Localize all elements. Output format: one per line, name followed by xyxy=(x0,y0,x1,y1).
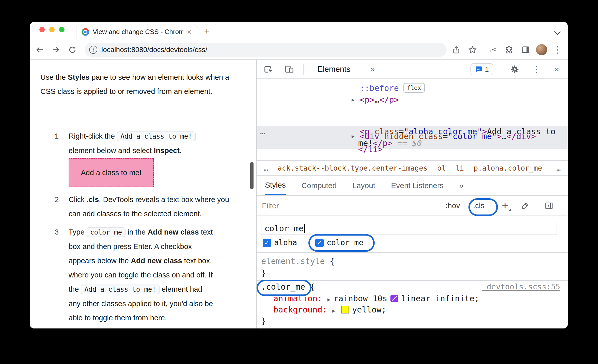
step-text: Right-click the Add a class to me! eleme… xyxy=(69,129,204,158)
property-value[interactable]: rainbow 10s xyxy=(334,294,387,303)
side-panel-button[interactable] xyxy=(520,44,531,55)
step-bold: Add new class xyxy=(148,228,199,236)
tab-event-listeners[interactable]: Event Listeners xyxy=(391,176,444,195)
profile-avatar[interactable] xyxy=(536,44,547,55)
new-tab-button[interactable]: + xyxy=(204,27,210,35)
issues-button[interactable]: 1 xyxy=(470,63,493,75)
expand-triangle-icon[interactable]: ▶ xyxy=(352,130,355,142)
crumb-overflow-left[interactable]: … xyxy=(264,164,268,172)
address-bar[interactable]: i localhost:8080/docs/devtools/css/ xyxy=(85,43,447,57)
close-window-button[interactable] xyxy=(39,27,45,32)
more-tabs-icon[interactable]: » xyxy=(459,176,464,195)
inline-code: Add a class to me! xyxy=(117,131,196,141)
crumb-item[interactable]: ol xyxy=(437,164,446,172)
font-editor-button[interactable] xyxy=(519,200,531,212)
brace: { xyxy=(305,282,315,292)
check-icon: ✓ xyxy=(264,239,270,246)
extensions-button[interactable] xyxy=(503,44,515,55)
devtools-menu-icon[interactable]: ⋮ xyxy=(531,64,542,75)
tab-elements[interactable]: Elements xyxy=(318,60,350,78)
dom-row-li-close[interactable]: </li> xyxy=(257,143,568,155)
expand-triangle-icon[interactable]: ▶ xyxy=(332,308,335,314)
tab-close-icon[interactable]: × xyxy=(187,28,192,36)
step-bold: .cls xyxy=(87,195,99,204)
intro-bold: Styles xyxy=(68,73,89,81)
property-name[interactable]: animation: xyxy=(273,294,322,303)
dom-row-p-collapsed[interactable]: ▶<p>…</p> xyxy=(257,94,568,106)
demo-element[interactable]: Add a class to me! xyxy=(69,158,154,187)
tab-list-chevron-icon[interactable] xyxy=(554,28,560,35)
dom-token: "color_me" xyxy=(448,131,497,141)
browser-menu-icon[interactable]: ⋮ xyxy=(552,44,563,55)
expand-triangle-icon[interactable]: ▶ xyxy=(327,296,331,303)
back-button[interactable] xyxy=(34,44,45,55)
flex-badge[interactable]: flex xyxy=(403,83,424,93)
settings-gear-icon xyxy=(510,65,519,74)
reload-button[interactable] xyxy=(67,44,78,55)
color-swatch-yellow[interactable] xyxy=(341,306,349,313)
crumb-item[interactable]: li xyxy=(455,164,464,172)
inline-code: Add a class to me! xyxy=(81,285,160,294)
dom-row-pseudo[interactable]: ::beforeflex xyxy=(257,82,568,94)
rule-selector[interactable]: .color_me xyxy=(261,282,305,292)
checkbox-aloha[interactable]: ✓ xyxy=(263,239,271,247)
tab-layout[interactable]: Layout xyxy=(352,176,375,195)
bookmark-button[interactable] xyxy=(467,44,478,55)
minimize-window-button[interactable] xyxy=(49,27,55,32)
crumb-item-selected[interactable]: p.aloha.color_me xyxy=(474,164,542,172)
cls-toggle[interactable]: .cls xyxy=(473,196,484,216)
site-info-icon[interactable]: i xyxy=(89,46,97,54)
step-number: 2 xyxy=(52,192,61,207)
background-property[interactable]: background:▶yellow; xyxy=(257,304,568,315)
page-scrollbar-thumb[interactable] xyxy=(250,162,254,189)
step-1: 1 Right-click the Add a class to me! ele… xyxy=(52,129,204,158)
chrome-favicon xyxy=(82,28,89,36)
dom-token: </div> xyxy=(507,131,536,141)
reload-icon xyxy=(68,45,77,54)
color-me-rule[interactable]: .color_me {_devtools.scss:55 animation:▶… xyxy=(257,281,568,328)
crumb-item[interactable]: ack.stack--block.type.center-images xyxy=(278,164,428,172)
intro-paragraph: Use the Styles pane to see how an elemen… xyxy=(40,70,233,98)
tab-computed[interactable]: Computed xyxy=(302,176,337,195)
property-value[interactable]: yellow; xyxy=(352,305,386,315)
puzzle-icon xyxy=(505,45,513,54)
property-value[interactable]: linear infinite; xyxy=(401,294,479,303)
expand-triangle-icon[interactable]: ▶ xyxy=(352,94,355,106)
new-style-rule-button[interactable]: + xyxy=(499,200,511,212)
inspect-element-button[interactable] xyxy=(263,64,274,75)
zoom-window-button[interactable] xyxy=(59,27,65,32)
forward-button[interactable] xyxy=(50,44,61,55)
dom-token: <div xyxy=(360,131,379,141)
property-name[interactable]: background: xyxy=(273,305,327,315)
step-segment: in the xyxy=(125,228,148,236)
stylesheet-source-link[interactable]: _devtools.scss:55 xyxy=(482,281,560,293)
forward-icon xyxy=(51,45,60,54)
more-panels-icon[interactable]: » xyxy=(370,60,375,78)
share-icon xyxy=(452,45,461,54)
device-toolbar-icon xyxy=(285,64,294,74)
bezier-easing-icon[interactable] xyxy=(390,295,398,302)
dom-token: </li> xyxy=(358,144,383,154)
screenshot-extension-icon[interactable]: ✂ xyxy=(487,44,498,55)
class-editor: color_me ✓ aloha ✓ color_me xyxy=(257,216,568,253)
share-button[interactable] xyxy=(451,44,462,55)
settings-button[interactable] xyxy=(509,64,520,75)
close-devtools-icon[interactable]: × xyxy=(551,64,562,75)
url-text: localhost:8080/docs/devtools/css/ xyxy=(101,46,207,54)
dom-row-div[interactable]: ▶<div hidden class="color_me">…</div> xyxy=(257,130,568,142)
add-new-class-input[interactable]: color_me xyxy=(261,222,557,235)
tab-styles[interactable]: Styles xyxy=(265,176,286,195)
device-toolbar-button[interactable] xyxy=(284,64,295,75)
crumb-overflow-right[interactable]: … xyxy=(556,164,561,172)
checkbox-label-color-me[interactable]: color_me xyxy=(327,237,364,248)
checkbox-label-aloha[interactable]: aloha xyxy=(274,237,297,248)
checkbox-color-me[interactable]: ✓ xyxy=(315,239,324,247)
dom-token: <p> xyxy=(360,95,374,105)
computed-sidebar-toggle-button[interactable] xyxy=(543,200,555,212)
styles-filter-input[interactable] xyxy=(262,200,404,212)
computed-sidebar-toggle-icon xyxy=(545,202,553,210)
hov-toggle[interactable]: :hov xyxy=(446,196,460,216)
element-style-rule[interactable]: element.style {} xyxy=(257,253,568,281)
browser-tab[interactable]: View and change CSS - Chrom × xyxy=(76,24,197,40)
animation-property[interactable]: animation:▶rainbow 10slinear infinite; xyxy=(257,293,568,304)
